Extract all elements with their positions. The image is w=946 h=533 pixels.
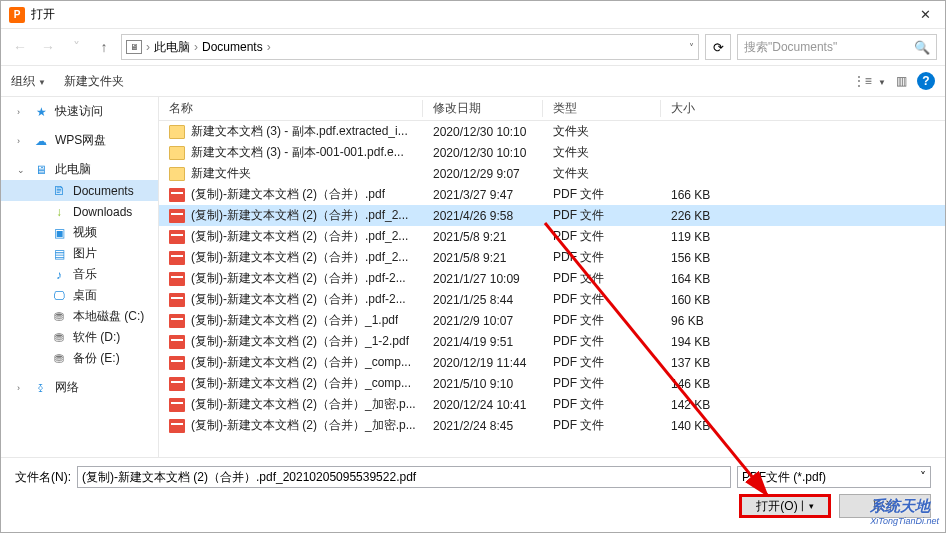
breadcrumb-folder[interactable]: Documents xyxy=(202,40,263,54)
sidebar-item[interactable]: ▤图片 xyxy=(1,243,158,264)
filename-label: 文件名(N): xyxy=(15,469,71,486)
file-row[interactable]: 新建文本文档 (3) - 副本.pdf.extracted_i...2020/1… xyxy=(159,121,945,142)
file-size: 226 KB xyxy=(661,209,751,223)
help-icon[interactable]: ? xyxy=(917,72,935,90)
file-name: (复制)-新建文本文档 (2)（合并）_comp... xyxy=(191,375,411,392)
sidebar-item[interactable]: ›⧰网络 xyxy=(1,377,158,398)
file-type: PDF 文件 xyxy=(543,354,661,371)
file-name: (复制)-新建文本文档 (2)（合并）_1-2.pdf xyxy=(191,333,409,350)
sidebar-item[interactable]: ▣视频 xyxy=(1,222,158,243)
file-row[interactable]: (复制)-新建文本文档 (2)（合并）_加密.p...2020/12/24 10… xyxy=(159,394,945,415)
breadcrumb-root[interactable]: 此电脑 xyxy=(154,39,190,56)
preview-pane-icon[interactable]: ▥ xyxy=(896,74,907,88)
sidebar-item[interactable]: ⌄🖥此电脑 xyxy=(1,159,158,180)
file-row[interactable]: 新建文本文档 (3) - 副本-001-001.pdf.e...2020/12/… xyxy=(159,142,945,163)
sidebar-item-label: Documents xyxy=(73,184,134,198)
search-icon: 🔍 xyxy=(914,40,930,55)
file-row[interactable]: (复制)-新建文本文档 (2)（合并）.pdf_2...2021/5/8 9:2… xyxy=(159,247,945,268)
pdf-icon xyxy=(169,188,185,202)
sidebar-item[interactable]: ⛃本地磁盘 (C:) xyxy=(1,306,158,327)
titlebar: P 打开 ✕ xyxy=(1,1,945,29)
file-type: PDF 文件 xyxy=(543,375,661,392)
window-title: 打开 xyxy=(31,6,55,23)
breadcrumb-dropdown-icon[interactable]: ˅ xyxy=(689,42,694,53)
sidebar-icon: ⧰ xyxy=(33,381,49,395)
pdf-icon xyxy=(169,293,185,307)
file-name: (复制)-新建文本文档 (2)（合并）.pdf_2... xyxy=(191,228,408,245)
sidebar-item[interactable]: ›☁WPS网盘 xyxy=(1,130,158,151)
file-row[interactable]: (复制)-新建文本文档 (2)（合并）_comp...2021/5/10 9:1… xyxy=(159,373,945,394)
sidebar-item[interactable]: ⛃软件 (D:) xyxy=(1,327,158,348)
pdf-icon xyxy=(169,230,185,244)
refresh-button[interactable]: ⟳ xyxy=(705,34,731,60)
organize-menu[interactable]: 组织▼ xyxy=(11,73,46,90)
file-row[interactable]: (复制)-新建文本文档 (2)（合并）_comp...2020/12/19 11… xyxy=(159,352,945,373)
sidebar-item[interactable]: 🖹Documents xyxy=(1,180,158,201)
file-type-value: PDF文件 (*.pdf) xyxy=(742,469,826,486)
col-type[interactable]: 类型 xyxy=(543,100,661,117)
pdf-icon xyxy=(169,314,185,328)
file-type: 文件夹 xyxy=(543,165,661,182)
file-row[interactable]: (复制)-新建文本文档 (2)（合并）_1-2.pdf2021/4/19 9:5… xyxy=(159,331,945,352)
file-row[interactable]: (复制)-新建文本文档 (2)（合并）_1.pdf2021/2/9 10:07P… xyxy=(159,310,945,331)
file-modified: 2021/5/8 9:21 xyxy=(423,251,543,265)
sidebar-icon: ▣ xyxy=(51,226,67,240)
sidebar-item[interactable]: ⛃备份 (E:) xyxy=(1,348,158,369)
file-type: 文件夹 xyxy=(543,144,661,161)
bottom-panel: 文件名(N): PDF文件 (*.pdf) ˅ 打开(O)▏▾ 取消 xyxy=(1,458,945,532)
twisty-icon: ⌄ xyxy=(17,165,27,175)
file-row[interactable]: (复制)-新建文本文档 (2)（合并）.pdf_2...2021/4/26 9:… xyxy=(159,205,945,226)
col-size[interactable]: 大小 xyxy=(661,100,751,117)
file-row[interactable]: (复制)-新建文本文档 (2)（合并）.pdf2021/3/27 9:47PDF… xyxy=(159,184,945,205)
col-name[interactable]: 名称 xyxy=(159,100,423,117)
sidebar-icon: ▤ xyxy=(51,247,67,261)
chevron-down-icon: ˅ xyxy=(920,470,926,484)
sidebar-item-label: 快速访问 xyxy=(55,103,103,120)
file-row[interactable]: (复制)-新建文本文档 (2)（合并）_加密.p...2021/2/24 8:4… xyxy=(159,415,945,436)
sidebar-item[interactable]: ↓Downloads xyxy=(1,201,158,222)
close-icon[interactable]: ✕ xyxy=(914,7,937,22)
file-type: PDF 文件 xyxy=(543,417,661,434)
sidebar-item-label: Downloads xyxy=(73,205,132,219)
chevron-right-icon: › xyxy=(194,40,198,54)
nav-up-icon[interactable]: ↑ xyxy=(93,36,115,58)
file-modified: 2020/12/24 10:41 xyxy=(423,398,543,412)
sidebar-icon: ★ xyxy=(33,105,49,119)
folder-icon xyxy=(169,125,185,139)
watermark: 系统天地 XiTongTianDi.net xyxy=(870,497,939,526)
sidebar-item-label: 音乐 xyxy=(73,266,97,283)
file-name: (复制)-新建文本文档 (2)（合并）_1.pdf xyxy=(191,312,398,329)
sidebar-item-label: WPS网盘 xyxy=(55,132,106,149)
new-folder-button[interactable]: 新建文件夹 xyxy=(64,73,124,90)
sidebar-icon: 🖥 xyxy=(33,163,49,177)
col-modified[interactable]: 修改日期 xyxy=(423,100,543,117)
file-row[interactable]: 新建文件夹2020/12/29 9:07文件夹 xyxy=(159,163,945,184)
nav-forward-icon[interactable]: → xyxy=(37,36,59,58)
file-type-select[interactable]: PDF文件 (*.pdf) ˅ xyxy=(737,466,931,488)
sidebar-item[interactable]: ›★快速访问 xyxy=(1,101,158,122)
nav-recent-icon[interactable]: ˅ xyxy=(65,36,87,58)
file-size: 194 KB xyxy=(661,335,751,349)
breadcrumb-bar[interactable]: 🖥 › 此电脑 › Documents › ˅ xyxy=(121,34,699,60)
view-mode-icon[interactable]: ⋮≡ ▼ xyxy=(853,74,886,88)
sidebar-item[interactable]: ♪音乐 xyxy=(1,264,158,285)
nav-row: ← → ˅ ↑ 🖥 › 此电脑 › Documents › ˅ ⟳ 搜索"Doc… xyxy=(1,29,945,65)
twisty-icon: › xyxy=(17,136,27,146)
file-type: PDF 文件 xyxy=(543,312,661,329)
pdf-icon xyxy=(169,398,185,412)
file-row[interactable]: (复制)-新建文本文档 (2)（合并）.pdf-2...2021/1/25 8:… xyxy=(159,289,945,310)
file-type: 文件夹 xyxy=(543,123,661,140)
sidebar-item[interactable]: 🖵桌面 xyxy=(1,285,158,306)
nav-back-icon[interactable]: ← xyxy=(9,36,31,58)
open-button[interactable]: 打开(O)▏▾ xyxy=(739,494,831,518)
file-name: (复制)-新建文本文档 (2)（合并）.pdf-2... xyxy=(191,291,406,308)
file-row[interactable]: (复制)-新建文本文档 (2)（合并）.pdf_2...2021/5/8 9:2… xyxy=(159,226,945,247)
filename-input[interactable] xyxy=(77,466,731,488)
search-input[interactable]: 搜索"Documents" 🔍 xyxy=(737,34,937,60)
file-modified: 2021/4/26 9:58 xyxy=(423,209,543,223)
file-row[interactable]: (复制)-新建文本文档 (2)（合并）.pdf-2...2021/1/27 10… xyxy=(159,268,945,289)
sidebar-item-label: 桌面 xyxy=(73,287,97,304)
file-name: (复制)-新建文本文档 (2)（合并）.pdf xyxy=(191,186,385,203)
pdf-icon xyxy=(169,209,185,223)
sidebar-icon: ⛃ xyxy=(51,331,67,345)
